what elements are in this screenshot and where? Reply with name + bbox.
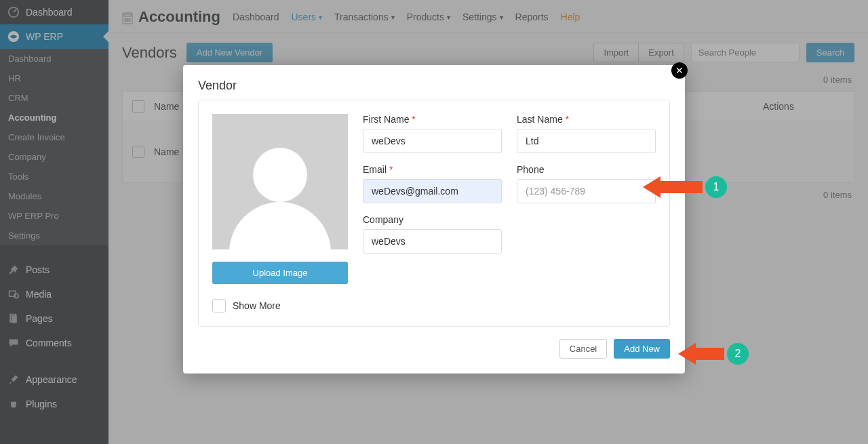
upload-image-button[interactable]: Upload Image xyxy=(212,262,348,284)
phone-input[interactable] xyxy=(517,179,656,203)
email-input[interactable] xyxy=(363,179,502,203)
email-field: Email * xyxy=(363,164,502,203)
modal-title: Vendor xyxy=(183,65,685,100)
last-name-field: Last Name * xyxy=(517,114,656,153)
phone-field: Phone xyxy=(517,164,656,203)
company-input[interactable] xyxy=(363,229,502,254)
avatar-placeholder xyxy=(212,114,348,249)
first-name-field: First Name * xyxy=(363,114,502,153)
add-new-button[interactable]: Add New xyxy=(614,339,670,359)
close-icon: ✕ xyxy=(675,65,684,76)
show-more-checkbox[interactable] xyxy=(212,299,226,312)
company-label: Company xyxy=(363,214,502,225)
show-more-row: Show More xyxy=(212,299,348,312)
phone-label: Phone xyxy=(517,164,656,175)
email-label: Email * xyxy=(363,164,502,175)
last-name-input[interactable] xyxy=(517,129,656,153)
close-button[interactable]: ✕ xyxy=(671,62,688,79)
cancel-button[interactable]: Cancel xyxy=(559,339,607,359)
show-more-label: Show More xyxy=(233,300,281,311)
first-name-label: First Name * xyxy=(363,114,502,125)
vendor-modal: ✕ Vendor Upload Image Show More First Na… xyxy=(183,65,685,374)
company-field: Company xyxy=(363,214,502,254)
last-name-label: Last Name * xyxy=(517,114,656,125)
first-name-input[interactable] xyxy=(363,129,502,153)
